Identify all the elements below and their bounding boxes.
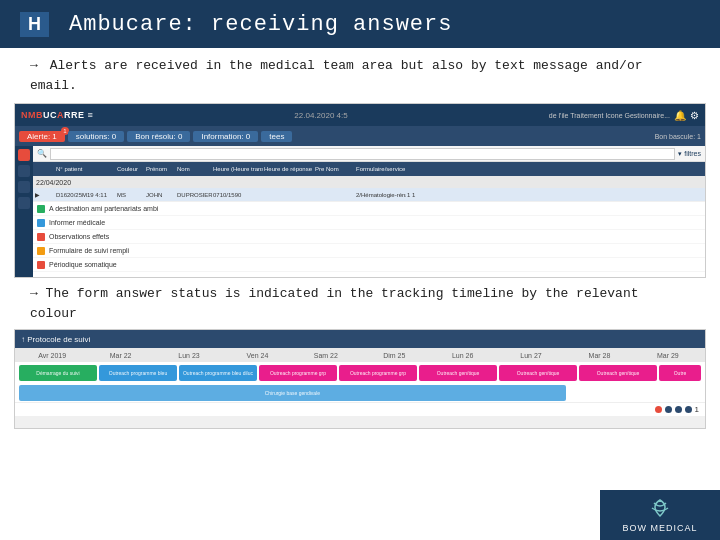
col-heure2: Heure de réponse xyxy=(264,166,314,172)
timeline-header: ↑ Protocole de suivi xyxy=(15,330,705,348)
row-color: MS xyxy=(117,192,145,198)
amb-header-right: de l'ile Traitement Icone Gestionnaire..… xyxy=(549,110,699,121)
month-label-mar28: Mar 28 xyxy=(566,352,632,359)
status-list: A destination ami partenariats ambi Info… xyxy=(33,202,705,272)
month-label-lun27: Lun 27 xyxy=(498,352,564,359)
status-item-3: Observations effets xyxy=(33,230,705,244)
tab-information[interactable]: Information: 0 xyxy=(193,131,258,142)
page-title: Ambucare: receiving answers xyxy=(69,12,452,37)
timeline-card-demarrage: Démarrage du suivi xyxy=(19,365,97,381)
tab-alerte-label: Alerte: 1 xyxy=(27,132,57,141)
table-date-row: 22/04/2020 xyxy=(33,176,705,188)
amb-search-bar: 🔍 ▾ filtres xyxy=(33,146,705,162)
timeline-months: Avr 2019 Mar 22 Lun 23 Ven 24 Sam 22 Dim… xyxy=(15,348,705,362)
status-dot-orange xyxy=(37,247,45,255)
timeline-card-outreach6: Outreach gen/tique xyxy=(499,365,577,381)
header-info-text: de l'ile Traitement Icone Gestionnaire..… xyxy=(549,112,670,119)
col-heure1: Heure (Heure trans.) xyxy=(213,166,263,172)
tab-alerte[interactable]: 1 Alerte: 1 xyxy=(19,131,65,142)
col-formulaire: Formulaire/service xyxy=(356,166,406,172)
month-label-sam22: Sam 22 xyxy=(293,352,359,359)
subtitle-block: → Alerts are received in the medical tea… xyxy=(0,48,720,103)
tab-right: Bon bascule: 1 xyxy=(655,133,701,140)
month-label-lun23: Lun 23 xyxy=(156,352,222,359)
row-nom: DUPROSIER xyxy=(177,192,212,198)
amb-body: 🔍 ▾ filtres N° patient Couleur Prénom No… xyxy=(15,146,705,277)
search-icon: 🔍 xyxy=(37,149,47,158)
timeline-content: Démarrage du suivi Outreach programme bl… xyxy=(15,362,705,402)
row-heure1: 0710/1590 xyxy=(213,192,263,198)
table-row[interactable]: ▶ D1620/25M19 4:11 MS JOHN DUPROSIER 071… xyxy=(33,188,705,202)
month-label-mar22: Mar 22 xyxy=(87,352,153,359)
settings-icon[interactable]: ⚙ xyxy=(690,110,699,121)
table-header: N° patient Couleur Prénom Nom Heure (Heu… xyxy=(33,162,705,176)
tab-tees[interactable]: tees xyxy=(261,131,292,142)
amb-sidebar xyxy=(15,146,33,277)
status-dot-red2 xyxy=(37,261,45,269)
amb-date: 22.04.2020 4:5 xyxy=(294,111,347,120)
col-prenom: Prénom xyxy=(146,166,176,172)
nav-dot-3[interactable] xyxy=(675,406,682,413)
month-label-dim25: Dim 25 xyxy=(361,352,427,359)
status-item-2: Informer médicale xyxy=(33,216,705,230)
sidebar-info-icon[interactable] xyxy=(18,181,30,193)
timeline-card-outreach8: Outre xyxy=(659,365,701,381)
status-item-5: Périodique somatique xyxy=(33,258,705,272)
arrow-icon-2: → xyxy=(30,286,46,301)
nav-dot-4[interactable] xyxy=(685,406,692,413)
status-item-4: Formulaire de suivi rempli xyxy=(33,244,705,258)
col-color: Couleur xyxy=(117,166,145,172)
sidebar-chart-icon[interactable] xyxy=(18,197,30,209)
page-footer: BOW MEDICAL xyxy=(600,490,720,540)
subtitle-text: Alerts are received in the medical team … xyxy=(30,58,643,93)
month-label-lun26: Lun 26 xyxy=(429,352,495,359)
tab-information-label: Information: 0 xyxy=(201,132,250,141)
bell-icon: 🔔 xyxy=(674,110,686,121)
amb-logo: NMBUCARRE ≡ xyxy=(21,110,93,120)
timeline-row-2: Chirurgie base gendivale xyxy=(19,385,701,401)
amb-content: 🔍 ▾ filtres N° patient Couleur Prénom No… xyxy=(33,146,705,277)
timeline-nav: 1 xyxy=(15,402,705,416)
status-dot-green xyxy=(37,205,45,213)
col-nom: Nom xyxy=(177,166,212,172)
tab-bon-resolu[interactable]: Bon résolu: 0 xyxy=(127,131,190,142)
nav-dot-1[interactable] xyxy=(655,406,662,413)
timeline-card-outreach4: Outreach programme grp xyxy=(339,365,417,381)
timeline-row-1: Démarrage du suivi Outreach programme bl… xyxy=(19,365,701,381)
page-header: H Ambucare: receiving answers xyxy=(0,0,720,48)
timeline-card-outreach1: Outreach programme bleu xyxy=(99,365,177,381)
sidebar-home-icon[interactable] xyxy=(18,149,30,161)
bow-logo-svg xyxy=(640,498,680,520)
status-dot-blue xyxy=(37,219,45,227)
search-input[interactable] xyxy=(50,148,675,160)
tab-bon-resolu-label: Bon résolu: 0 xyxy=(135,132,182,141)
tab-solutions[interactable]: solutions: 0 xyxy=(68,131,124,142)
status-item-1: A destination ami partenariats ambi xyxy=(33,202,705,216)
nav-dot-2[interactable] xyxy=(665,406,672,413)
arrow-icon: → xyxy=(30,58,38,73)
month-label-mar29: Mar 29 xyxy=(635,352,701,359)
timeline-card-outreach7: Outreach gen/tique xyxy=(579,365,657,381)
amb-header-mid: 22.04.2020 4:5 xyxy=(97,111,545,120)
month-label-avr: Avr 2019 xyxy=(19,352,85,359)
row-formulaire: 2/Hématologie-rénale xyxy=(356,192,406,198)
ambucare-screenshot-1: NMBUCARRE ≡ 22.04.2020 4:5 de l'ile Trai… xyxy=(14,103,706,278)
row-action: 1 1 xyxy=(407,192,427,198)
col-prenom2: Pre Nom xyxy=(315,166,355,172)
row-prenom: JOHN xyxy=(146,192,176,198)
amb-tabs: 1 Alerte: 1 solutions: 0 Bon résolu: 0 I… xyxy=(15,126,705,146)
tab-solutions-label: solutions: 0 xyxy=(76,132,116,141)
h-label: H xyxy=(20,12,49,37)
col-patient: N° patient xyxy=(56,166,116,172)
timeline-card-outreach5: Outreach gen/tique xyxy=(419,365,497,381)
timeline-title: ↑ Protocole de suivi xyxy=(21,335,90,344)
sidebar-list-icon[interactable] xyxy=(18,165,30,177)
bow-logo-text: BOW MEDICAL xyxy=(622,523,697,533)
amb-header: NMBUCARRE ≡ 22.04.2020 4:5 de l'ile Trai… xyxy=(15,104,705,126)
bow-medical-logo: BOW MEDICAL xyxy=(622,498,697,533)
row-expand: ▶ xyxy=(35,191,55,198)
month-label-ven24: Ven 24 xyxy=(224,352,290,359)
timeline-card-outreach3: Outreach programme grp xyxy=(259,365,337,381)
timeline-card-chirurgie: Chirurgie base gendivale xyxy=(19,385,566,401)
middle-text-content: The form answer status is indicated in t… xyxy=(30,286,639,321)
